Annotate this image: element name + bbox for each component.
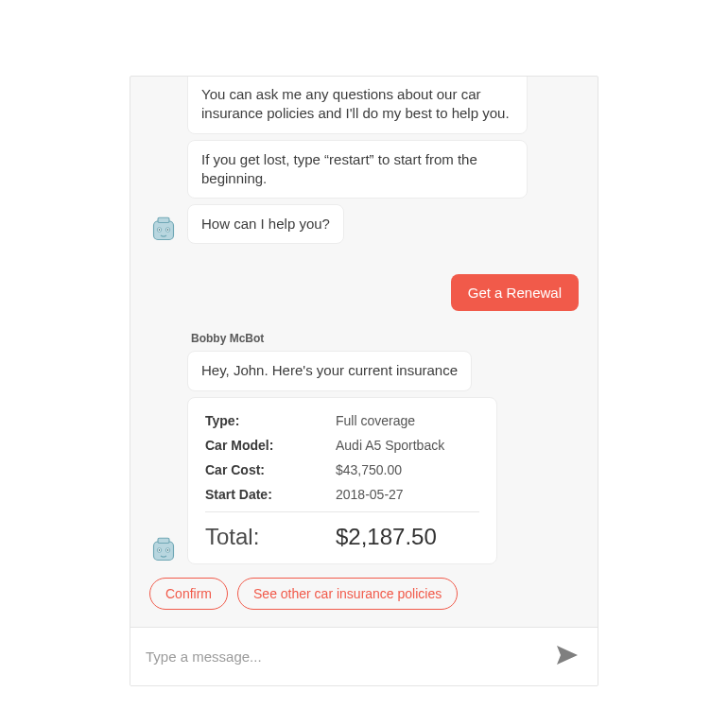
- message-input[interactable]: [146, 648, 552, 665]
- svg-rect-7: [158, 538, 169, 543]
- card-label: Type:: [205, 413, 336, 428]
- user-message-row: Get a Renewal: [149, 274, 579, 311]
- svg-point-4: [159, 229, 161, 231]
- bot-avatar-icon: [149, 216, 178, 244]
- bot-message: If you get lost, type “restart” to start…: [187, 140, 528, 199]
- card-row: Type: Full coverage: [205, 413, 479, 428]
- svg-point-11: [167, 549, 169, 551]
- svg-rect-1: [158, 218, 169, 223]
- svg-point-5: [167, 229, 169, 231]
- card-value: 2018-05-27: [336, 487, 404, 502]
- bot-message: How can I help you?: [187, 204, 344, 244]
- see-other-policies-button[interactable]: See other car insurance policies: [237, 578, 458, 610]
- send-icon: [556, 645, 579, 666]
- card-value: Audi A5 Sportback: [336, 438, 444, 453]
- svg-point-10: [159, 549, 161, 551]
- total-label: Total:: [205, 524, 336, 550]
- total-row: Total: $2,187.50: [205, 524, 479, 550]
- card-value: Full coverage: [336, 413, 415, 428]
- card-row: Start Date: 2018-05-27: [205, 487, 479, 502]
- message-list: You can ask me any questions about our c…: [130, 77, 598, 627]
- card-value: $43,750.00: [336, 462, 402, 477]
- card-label: Car Cost:: [205, 462, 336, 477]
- input-bar: [130, 627, 598, 685]
- sender-name-label: Bobby McBot: [191, 332, 579, 345]
- user-message: Get a Renewal: [451, 274, 579, 311]
- card-row: Car Cost: $43,750.00: [205, 462, 479, 477]
- bot-message-group-reply: Hey, John. Here's your current insurance: [149, 351, 579, 563]
- bot-message-group-intro: You can ask me any questions about our c…: [149, 84, 579, 244]
- card-row: Car Model: Audi A5 Sportback: [205, 438, 479, 453]
- card-label: Start Date:: [205, 487, 336, 502]
- bot-avatar-icon: [149, 536, 178, 564]
- bot-message: You can ask me any questions about our c…: [187, 76, 528, 134]
- quick-actions-row: Confirm See other car insurance policies: [149, 578, 579, 610]
- send-button[interactable]: [552, 641, 582, 672]
- confirm-button[interactable]: Confirm: [149, 578, 228, 610]
- card-label: Car Model:: [205, 438, 336, 453]
- chat-window: You can ask me any questions about our c…: [130, 76, 598, 686]
- total-value: $2,187.50: [336, 524, 437, 550]
- insurance-card: Type: Full coverage Car Model: Audi A5 S…: [187, 397, 497, 564]
- divider: [205, 511, 479, 512]
- bot-message: Hey, John. Here's your current insurance: [187, 351, 472, 390]
